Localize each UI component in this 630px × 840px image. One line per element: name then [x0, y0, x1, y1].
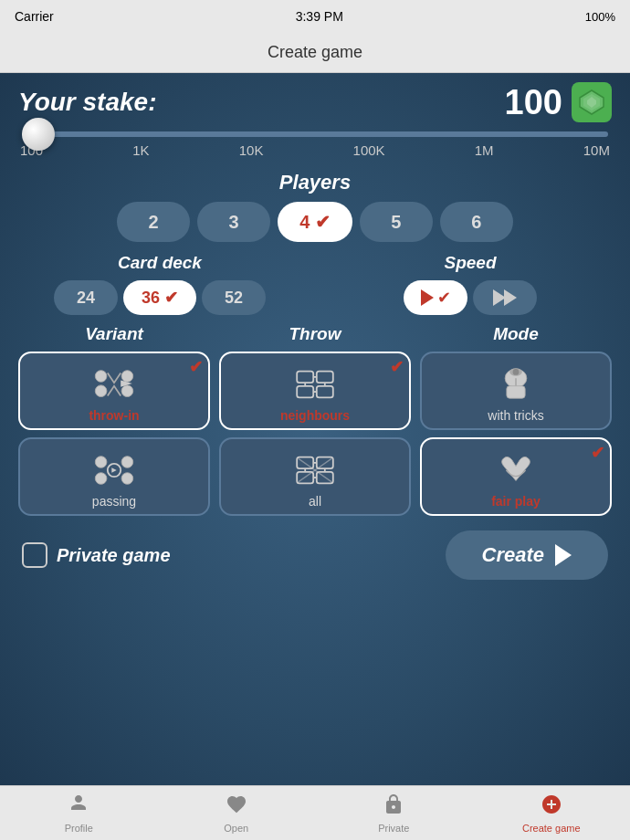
passing-icon: [89, 448, 139, 492]
speed-group: Speed ✔: [329, 253, 612, 315]
mode-with-tricks[interactable]: with tricks: [420, 352, 612, 430]
tab-create-game[interactable]: Create game: [473, 793, 631, 834]
create-button[interactable]: Create: [446, 530, 608, 580]
tab-private-icon: [383, 793, 404, 821]
speed-btn-fast[interactable]: [473, 280, 537, 315]
tab-bar: Profile Open Private Create game: [0, 785, 630, 840]
with-tricks-icon: [491, 362, 541, 406]
player-btn-3[interactable]: 3: [197, 202, 270, 242]
slider-label-10m: 10M: [583, 142, 610, 158]
tab-profile-label: Profile: [65, 823, 93, 834]
fair-play-label: fair play: [491, 494, 541, 509]
throw-title: Throw: [219, 324, 411, 344]
svg-rect-14: [317, 372, 333, 383]
battery-label: 100%: [585, 10, 615, 24]
nav-title: Create game: [268, 43, 362, 62]
create-play-arrow: [555, 544, 572, 566]
slider-track: [22, 131, 608, 137]
tab-open[interactable]: Open: [158, 793, 316, 834]
throw-col: Throw ✔ neighbours: [219, 324, 411, 523]
variant-throw-in[interactable]: ✔ throw-in: [18, 352, 210, 430]
player-btn-5[interactable]: 5: [360, 202, 433, 242]
neighbours-check: ✔: [390, 357, 404, 377]
svg-point-4: [95, 385, 107, 397]
mode-fair-play[interactable]: ✔ fair play: [420, 437, 612, 516]
svg-rect-35: [507, 386, 525, 399]
variant-title: Variant: [18, 324, 210, 344]
players-row: 2 3 4 ✔ 5 6: [18, 202, 612, 242]
private-game-checkbox[interactable]: [22, 542, 47, 568]
time-label: 3:39 PM: [296, 9, 343, 24]
passing-label: passing: [92, 494, 136, 509]
stake-value-wrap: 100: [505, 82, 612, 122]
create-label: Create: [482, 543, 544, 567]
throw-neighbours[interactable]: ✔ neighbours: [219, 352, 411, 430]
speed-title: Speed: [329, 253, 612, 273]
deck-btn-52[interactable]: 52: [202, 280, 266, 315]
slider-label-1m: 1M: [475, 142, 494, 158]
slider-thumb: [22, 118, 55, 151]
card-deck-title: Card deck: [18, 253, 301, 273]
stake-value: 100: [505, 83, 562, 122]
vmt-row: Variant ✔ throw-in: [18, 324, 612, 523]
variant-col: Variant ✔ throw-in: [18, 324, 210, 523]
slider-label-10k: 10K: [239, 142, 264, 158]
slider-label-100k: 100K: [353, 142, 385, 158]
tab-profile-icon: [68, 793, 89, 821]
svg-rect-15: [297, 386, 313, 398]
speed-check: ✔: [437, 288, 451, 308]
throw-in-label: throw-in: [89, 408, 139, 423]
deck-btn-24[interactable]: 24: [54, 280, 118, 315]
svg-point-8: [95, 457, 107, 468]
carrier-label: Carrier: [15, 9, 54, 24]
throw-in-check: ✔: [189, 357, 203, 377]
variant-passing[interactable]: passing: [18, 437, 210, 516]
mode-title: Mode: [420, 324, 612, 344]
slider-label-1k: 1K: [132, 142, 149, 158]
bottom-row: Private game Create: [18, 530, 612, 580]
players-title: Players: [18, 171, 612, 194]
status-right: 100%: [585, 10, 615, 24]
slider-labels: 100 1K 10K 100K 1M 10M: [18, 142, 612, 158]
svg-rect-16: [317, 386, 333, 398]
svg-point-10: [121, 457, 133, 468]
nav-bar: Create game: [0, 33, 630, 73]
tab-open-icon: [226, 793, 247, 821]
throw-in-icon: [89, 362, 139, 406]
fair-play-icon: [491, 448, 541, 492]
triangle-fast-2: [504, 289, 517, 306]
throw-all-label: all: [309, 494, 321, 509]
deck-btn-36[interactable]: 36 ✔: [123, 280, 196, 315]
card-deck-group: Card deck 24 36 ✔ 52: [18, 253, 301, 315]
tab-private-label: Private: [378, 823, 409, 834]
private-game-wrap[interactable]: Private game: [22, 542, 171, 568]
mode-col: Mode with tricks ✔: [420, 324, 612, 523]
svg-point-3: [95, 371, 107, 383]
speed-btns: ✔: [329, 280, 612, 315]
svg-point-34: [513, 369, 520, 375]
tab-open-label: Open: [224, 823, 248, 834]
gem-icon: [572, 82, 612, 122]
tab-create-game-icon: [541, 793, 562, 821]
private-game-label: Private game: [57, 545, 171, 566]
svg-point-9: [95, 473, 107, 485]
options-row: Card deck 24 36 ✔ 52 Speed ✔: [18, 253, 612, 315]
triangle-icon: [421, 289, 434, 306]
neighbours-icon: [290, 362, 340, 406]
tab-private[interactable]: Private: [315, 793, 473, 834]
player-btn-2[interactable]: 2: [117, 202, 190, 242]
stake-row: Your stake: 100: [18, 82, 612, 122]
speed-btn-normal[interactable]: ✔: [404, 280, 467, 315]
with-tricks-label: with tricks: [488, 408, 543, 423]
status-bar: Carrier 3:39 PM 100%: [0, 0, 630, 33]
stake-slider[interactable]: [18, 131, 612, 137]
tab-profile[interactable]: Profile: [0, 793, 158, 834]
player-btn-6[interactable]: 6: [440, 202, 513, 242]
player-btn-4[interactable]: 4 ✔: [278, 202, 352, 242]
svg-point-11: [121, 473, 133, 485]
stake-label: Your stake:: [18, 88, 156, 117]
main-content: Your stake: 100 100 1K 10K 100K 1M 10M P…: [0, 73, 630, 785]
throw-all[interactable]: all: [219, 437, 411, 516]
svg-point-6: [121, 385, 133, 397]
svg-point-5: [121, 371, 133, 383]
